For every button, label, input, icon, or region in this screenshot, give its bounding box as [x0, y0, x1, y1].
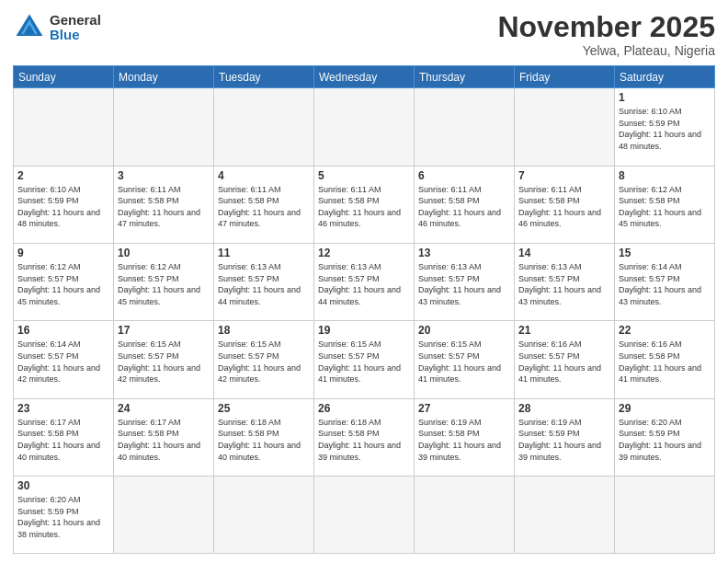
col-friday: Friday	[515, 66, 615, 88]
day-info: Sunrise: 6:13 AM Sunset: 5:57 PM Dayligh…	[318, 261, 410, 307]
table-row: 25Sunrise: 6:18 AM Sunset: 5:58 PM Dayli…	[214, 398, 314, 476]
day-number: 6	[418, 169, 510, 182]
day-info: Sunrise: 6:11 AM Sunset: 5:58 PM Dayligh…	[518, 184, 610, 230]
table-row: 4Sunrise: 6:11 AM Sunset: 5:58 PM Daylig…	[214, 166, 314, 243]
day-info: Sunrise: 6:11 AM Sunset: 5:58 PM Dayligh…	[118, 184, 210, 230]
day-info: Sunrise: 6:10 AM Sunset: 5:59 PM Dayligh…	[17, 184, 109, 230]
table-row	[114, 88, 214, 166]
day-number: 28	[518, 402, 610, 415]
col-sunday: Sunday	[14, 66, 114, 88]
table-row: 5Sunrise: 6:11 AM Sunset: 5:58 PM Daylig…	[314, 166, 415, 243]
table-row: 13Sunrise: 6:13 AM Sunset: 5:57 PM Dayli…	[415, 244, 515, 321]
day-info: Sunrise: 6:13 AM Sunset: 5:57 PM Dayligh…	[418, 261, 510, 307]
table-row	[14, 88, 114, 166]
logo-icon	[13, 11, 46, 44]
day-number: 17	[118, 324, 210, 337]
col-wednesday: Wednesday	[314, 66, 415, 88]
table-row: 16Sunrise: 6:14 AM Sunset: 5:57 PM Dayli…	[14, 321, 114, 398]
table-row	[415, 88, 515, 166]
table-row: 24Sunrise: 6:17 AM Sunset: 5:58 PM Dayli…	[114, 398, 214, 476]
table-row: 2Sunrise: 6:10 AM Sunset: 5:59 PM Daylig…	[14, 166, 114, 243]
table-row: 10Sunrise: 6:12 AM Sunset: 5:57 PM Dayli…	[114, 244, 214, 321]
day-number: 20	[418, 324, 510, 337]
table-row	[114, 477, 214, 554]
day-info: Sunrise: 6:13 AM Sunset: 5:57 PM Dayligh…	[518, 261, 610, 307]
day-number: 25	[218, 402, 310, 415]
day-number: 16	[17, 324, 109, 337]
day-number: 29	[619, 402, 711, 415]
day-number: 4	[218, 169, 310, 182]
table-row: 8Sunrise: 6:12 AM Sunset: 5:58 PM Daylig…	[615, 166, 715, 243]
table-row	[214, 477, 314, 554]
table-row: 1Sunrise: 6:10 AM Sunset: 5:59 PM Daylig…	[615, 88, 715, 166]
day-number: 15	[619, 247, 711, 259]
day-info: Sunrise: 6:12 AM Sunset: 5:57 PM Dayligh…	[17, 261, 109, 307]
day-number: 18	[218, 324, 310, 337]
day-number: 3	[118, 169, 210, 182]
day-info: Sunrise: 6:14 AM Sunset: 5:57 PM Dayligh…	[17, 339, 109, 385]
day-number: 14	[518, 247, 610, 259]
calendar-header-row: Sunday Monday Tuesday Wednesday Thursday…	[14, 66, 715, 88]
day-number: 11	[218, 247, 310, 259]
day-info: Sunrise: 6:11 AM Sunset: 5:58 PM Dayligh…	[418, 184, 510, 230]
day-info: Sunrise: 6:11 AM Sunset: 5:58 PM Dayligh…	[318, 184, 410, 230]
day-number: 23	[17, 402, 109, 415]
table-row: 19Sunrise: 6:15 AM Sunset: 5:57 PM Dayli…	[314, 321, 415, 398]
day-info: Sunrise: 6:18 AM Sunset: 5:58 PM Dayligh…	[218, 417, 310, 463]
day-info: Sunrise: 6:15 AM Sunset: 5:57 PM Dayligh…	[318, 339, 410, 385]
day-number: 22	[619, 324, 711, 337]
logo-blue-text: Blue	[50, 28, 101, 43]
day-info: Sunrise: 6:19 AM Sunset: 5:59 PM Dayligh…	[518, 417, 610, 463]
day-info: Sunrise: 6:13 AM Sunset: 5:57 PM Dayligh…	[218, 261, 310, 307]
day-number: 13	[418, 247, 510, 259]
day-number: 24	[118, 402, 210, 415]
table-row: 20Sunrise: 6:15 AM Sunset: 5:57 PM Dayli…	[415, 321, 515, 398]
day-number: 21	[518, 324, 610, 337]
day-info: Sunrise: 6:20 AM Sunset: 5:59 PM Dayligh…	[619, 417, 711, 463]
title-area: November 2025 Yelwa, Plateau, Nigeria	[497, 11, 715, 58]
table-row: 14Sunrise: 6:13 AM Sunset: 5:57 PM Dayli…	[515, 244, 615, 321]
col-thursday: Thursday	[415, 66, 515, 88]
table-row: 3Sunrise: 6:11 AM Sunset: 5:58 PM Daylig…	[114, 166, 214, 243]
col-tuesday: Tuesday	[214, 66, 314, 88]
day-info: Sunrise: 6:20 AM Sunset: 5:59 PM Dayligh…	[17, 494, 109, 540]
day-info: Sunrise: 6:10 AM Sunset: 5:59 PM Dayligh…	[619, 106, 711, 152]
calendar-table: Sunday Monday Tuesday Wednesday Thursday…	[13, 65, 715, 554]
table-row	[615, 477, 715, 554]
day-number: 10	[118, 247, 210, 259]
day-info: Sunrise: 6:11 AM Sunset: 5:58 PM Dayligh…	[218, 184, 310, 230]
day-number: 5	[318, 169, 410, 182]
day-number: 2	[17, 169, 109, 182]
table-row	[314, 477, 415, 554]
day-info: Sunrise: 6:14 AM Sunset: 5:57 PM Dayligh…	[619, 261, 711, 307]
table-row: 7Sunrise: 6:11 AM Sunset: 5:58 PM Daylig…	[515, 166, 615, 243]
day-info: Sunrise: 6:16 AM Sunset: 5:57 PM Dayligh…	[518, 339, 610, 385]
table-row	[515, 88, 615, 166]
day-info: Sunrise: 6:17 AM Sunset: 5:58 PM Dayligh…	[118, 417, 210, 463]
table-row	[214, 88, 314, 166]
table-row: 18Sunrise: 6:15 AM Sunset: 5:57 PM Dayli…	[214, 321, 314, 398]
header: General Blue November 2025 Yelwa, Platea…	[13, 11, 715, 58]
table-row: 23Sunrise: 6:17 AM Sunset: 5:58 PM Dayli…	[14, 398, 114, 476]
day-number: 26	[318, 402, 410, 415]
month-title: November 2025	[497, 11, 715, 43]
table-row: 6Sunrise: 6:11 AM Sunset: 5:58 PM Daylig…	[415, 166, 515, 243]
day-number: 9	[17, 247, 109, 259]
table-row: 29Sunrise: 6:20 AM Sunset: 5:59 PM Dayli…	[615, 398, 715, 476]
col-monday: Monday	[114, 66, 214, 88]
table-row: 11Sunrise: 6:13 AM Sunset: 5:57 PM Dayli…	[214, 244, 314, 321]
day-info: Sunrise: 6:19 AM Sunset: 5:58 PM Dayligh…	[418, 417, 510, 463]
day-info: Sunrise: 6:15 AM Sunset: 5:57 PM Dayligh…	[418, 339, 510, 385]
table-row: 12Sunrise: 6:13 AM Sunset: 5:57 PM Dayli…	[314, 244, 415, 321]
day-info: Sunrise: 6:15 AM Sunset: 5:57 PM Dayligh…	[218, 339, 310, 385]
day-info: Sunrise: 6:16 AM Sunset: 5:58 PM Dayligh…	[619, 339, 711, 385]
table-row	[314, 88, 415, 166]
table-row: 22Sunrise: 6:16 AM Sunset: 5:58 PM Dayli…	[615, 321, 715, 398]
day-number: 8	[619, 169, 711, 182]
table-row: 30Sunrise: 6:20 AM Sunset: 5:59 PM Dayli…	[14, 477, 114, 554]
col-saturday: Saturday	[615, 66, 715, 88]
day-number: 27	[418, 402, 510, 415]
logo: General Blue	[13, 11, 101, 44]
logo-text: General Blue	[50, 13, 101, 43]
day-info: Sunrise: 6:18 AM Sunset: 5:58 PM Dayligh…	[318, 417, 410, 463]
